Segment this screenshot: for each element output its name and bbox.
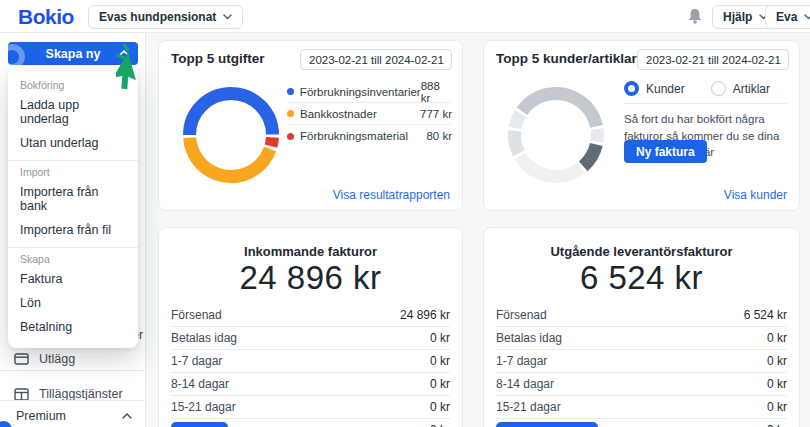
table-row: 8-14 dagar 0 kr — [496, 373, 787, 396]
sidebar-item-utlagg[interactable]: Utlägg — [0, 347, 146, 371]
row-value: 0 kr — [767, 423, 787, 427]
table-row: Betalas idag 0 kr — [496, 327, 787, 350]
legend-item: Bankkostnader 777 kr — [287, 103, 452, 125]
row-label: 8-14 dagar — [171, 377, 229, 391]
row-label: 1-7 dagar — [496, 354, 547, 368]
row-label: 15-21 dagar — [496, 400, 561, 414]
table-row: 15-21 dagar 0 kr — [171, 396, 450, 419]
create-new-button[interactable]: Skapa ny — [8, 42, 138, 65]
customers-placeholder-donut-chart — [500, 79, 612, 191]
row-value: 0 kr — [767, 331, 787, 345]
menu-section-import: Import — [20, 166, 126, 178]
company-name: Evas hundpensionat — [99, 10, 216, 24]
table-row: 1-7 dagar 0 kr — [496, 350, 787, 373]
divider — [624, 103, 787, 104]
notifications-bell-icon[interactable] — [687, 8, 703, 26]
menu-item-lon[interactable]: Lön — [20, 291, 126, 315]
chevron-down-icon — [804, 14, 810, 20]
incoming-action-button[interactable] — [171, 422, 228, 427]
radio-unselected-icon — [711, 81, 726, 96]
legend-item: Förbrukningsmaterial 80 kr — [287, 125, 452, 147]
card-outgoing-supplier-invoices: Utgående leverantörsfakturor 6 524 kr Fö… — [483, 227, 800, 427]
row-value: 0 kr — [430, 331, 450, 345]
radio-kunder[interactable]: Kunder — [624, 81, 685, 96]
legend-label: Förbrukningsmaterial — [300, 130, 426, 142]
card-title: Topp 5 kunder/artiklar — [496, 51, 637, 66]
sidebar-item-premium[interactable]: Premium — [0, 404, 146, 427]
legend-value: 80 kr — [426, 130, 452, 142]
chevron-up-icon — [122, 413, 132, 419]
row-value: 6 524 kr — [744, 308, 787, 322]
customers-articles-toggle: Kunder Artiklar — [624, 81, 770, 96]
row-value: 0 kr — [767, 377, 787, 391]
row-label: Betalas idag — [496, 331, 562, 345]
menu-item-ladda-upp-underlag[interactable]: Ladda upp underlag — [20, 93, 126, 131]
row-label: 15-21 dagar — [171, 400, 236, 414]
row-value: 0 kr — [767, 400, 787, 414]
row-label: Betalas idag — [171, 331, 237, 345]
menu-item-importera-fran-fil[interactable]: Importera från fil — [20, 218, 126, 242]
card-title: Utgående leverantörsfakturor — [484, 244, 799, 259]
legend-dot — [287, 133, 294, 140]
outgoing-aging-table: Försenad 6 524 kr Betalas idag 0 kr 1-7 … — [496, 304, 787, 427]
menu-item-faktura[interactable]: Faktura — [20, 267, 126, 291]
sidebar-divider — [0, 400, 145, 401]
row-label: Försenad — [171, 308, 222, 322]
card-title: Inkommande fakturor — [159, 244, 462, 259]
company-selector[interactable]: Evas hundpensionat — [88, 5, 243, 29]
row-label: 1-7 dagar — [171, 354, 222, 368]
card-incoming-invoices: Inkommande fakturor 24 896 kr Försenad 2… — [158, 227, 463, 427]
bokio-logo: Bokio — [18, 5, 74, 29]
legend-label: Bankkostnader — [300, 108, 420, 120]
table-row: Betalas idag 0 kr — [171, 327, 450, 350]
user-menu-button[interactable]: Eva — [765, 5, 810, 29]
expenses-legend: Förbrukningsinventarier 888 kr Bankkostn… — [287, 81, 452, 147]
card-top-customers: Topp 5 kunder/artiklar 2023-02-21 till 2… — [483, 40, 800, 211]
radio-label: Artiklar — [733, 82, 770, 96]
row-value: 0 kr — [430, 354, 450, 368]
legend-dot — [287, 88, 294, 95]
menu-section-skapa: Skapa — [20, 253, 126, 265]
row-label: 8-14 dagar — [496, 377, 554, 391]
new-invoice-button[interactable]: Ny faktura — [624, 140, 707, 163]
radio-label: Kunder — [646, 82, 685, 96]
top-header: Bokio Evas hundpensionat Hjälp Eva — [0, 0, 810, 33]
card-top-expenses: Topp 5 utgifter 2023-02-21 till 2024-02-… — [158, 40, 463, 211]
create-button-arc-decoration — [8, 44, 25, 65]
menu-item-importera-fran-bank[interactable]: Importera från bank — [20, 180, 126, 218]
chevron-up-icon — [119, 50, 129, 56]
chevron-down-icon — [223, 14, 232, 20]
table-row: 8-14 dagar 0 kr — [171, 373, 450, 396]
premium-label: Premium — [16, 409, 66, 423]
radio-selected-icon — [624, 81, 639, 96]
card-title: Topp 5 utgifter — [171, 51, 265, 66]
legend-value: 888 kr — [421, 80, 452, 104]
create-new-dropdown: Bokföring Ladda upp underlag Utan underl… — [8, 66, 138, 348]
help-label: Hjälp — [723, 10, 752, 24]
table-row: 1-7 dagar 0 kr — [171, 350, 450, 373]
row-label: Försenad — [496, 308, 547, 322]
date-range-value: 2023-02-21 till 2024-02-21 — [309, 54, 444, 66]
menu-divider — [8, 247, 138, 248]
show-result-report-link[interactable]: Visa resultatrapporten — [333, 188, 450, 202]
menu-section-bokforing: Bokföring — [20, 79, 126, 91]
create-new-label: Skapa ny — [46, 47, 101, 61]
table-row: Försenad 6 524 kr — [496, 304, 787, 327]
menu-item-betalning[interactable]: Betalning — [20, 315, 126, 339]
credit-card-icon — [14, 353, 29, 365]
show-customers-link[interactable]: Visa kunder — [724, 188, 787, 202]
date-range-select[interactable]: 2023-02-21 till 2024-02-21 — [300, 49, 452, 70]
sidebar-item-tillaggstjanster[interactable]: Tilläggstjänster — [0, 382, 146, 406]
outgoing-total-amount: 6 524 kr — [484, 259, 799, 297]
sidebar-item-label: Utlägg — [39, 352, 75, 366]
legend-value: 777 kr — [420, 108, 452, 120]
menu-item-utan-underlag[interactable]: Utan underlag — [20, 131, 126, 155]
radio-artiklar[interactable]: Artiklar — [711, 81, 770, 96]
user-name: Eva — [776, 10, 797, 24]
row-value: 0 kr — [430, 400, 450, 414]
table-row: Försenad 24 896 kr — [171, 304, 450, 327]
incoming-total-amount: 24 896 kr — [159, 259, 462, 297]
date-range-select[interactable]: 2023-02-21 till 2024-02-21 — [637, 49, 789, 70]
outgoing-action-button[interactable] — [496, 422, 598, 427]
row-value: 0 kr — [430, 377, 450, 391]
